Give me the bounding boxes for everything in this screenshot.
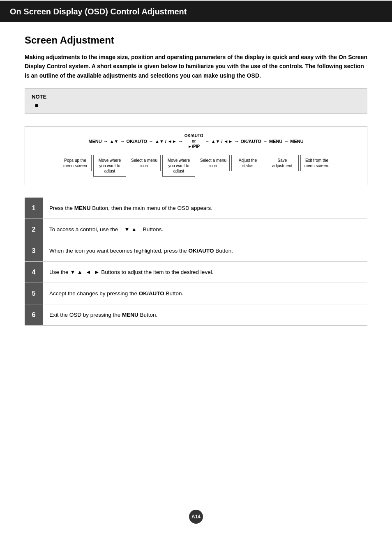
step-number-3: 3 [25,240,43,261]
step-number-4: 4 [25,262,43,283]
flow-box-7: Exit from the menu screen. [300,155,333,171]
flow-arrow5: → [205,139,210,144]
section-title: Screen Adjustment [25,35,367,46]
step-number-1: 1 [25,198,43,219]
flow-arrow6: → [234,139,239,144]
step-text-4: Use the ▼ ▲ ◄ ► Buttons to adjust the it… [43,262,220,283]
flow-arrow7: → [263,139,267,144]
flow-okaut2: OK/AUTO [240,139,261,144]
flow-sequence: MENU → ▲▼ → OK/AUTO → ▲▼ / ◄► → OK/AUTOo… [30,133,362,149]
step-row-6: 6 Exit the OSD by pressing the MENU Butt… [25,304,367,326]
step-number-2: 2 [25,219,43,240]
page-badge: A14 [189,510,203,524]
flow-box-3: Move where you want to adjust [162,155,195,177]
step-text-2: To access a control, use the ▼ ▲ Buttons… [43,219,170,240]
flow-boxes-container: Pops up the menu screen Move where you w… [30,155,362,177]
flow-menu3: MENU [290,139,303,144]
steps-container: 1 Press the MENU Button, then the main m… [25,198,367,326]
header-title: On Screen Display (OSD) Control Adjustme… [10,7,187,16]
step-row-5: 5 Accept the changes by pressing the OK/… [25,283,367,304]
flow-nav2: ▲▼ / ◄► [155,139,177,144]
flow-okaut1: OK/AUTO [126,139,147,144]
flow-okaut-or: OK/AUTOor►/PIP [184,133,203,149]
note-title: NOTE [32,94,360,100]
step-number-5: 5 [25,283,43,304]
flow-menu1: MENU [88,139,101,144]
intro-paragraph: Making adjustments to the image size, po… [25,53,367,80]
flow-box-6: Save adjustment [266,155,299,171]
flow-arrow4: → [178,139,183,144]
flow-arrow2: → [120,139,125,144]
step-row-4: 4 Use the ▼ ▲ ◄ ► Buttons to adjust the … [25,262,367,283]
step-text-1: Press the MENU Button, then the main men… [43,198,219,219]
page-number: A14 [191,514,201,520]
step-text-6: Exit the OSD by pressing the MENU Button… [43,304,164,325]
step-number-6: 6 [25,304,43,325]
main-content: Screen Adjustment Making adjustments to … [0,35,392,342]
flow-menu2: MENU [269,139,282,144]
step-row-2: 2 To access a control, use the ▼ ▲ Butto… [25,219,367,240]
flow-box-1: Move where you want to adjust [93,155,126,177]
flow-box-2: Select a menu icon [128,155,161,171]
flow-arrow8: → [284,139,288,144]
flow-box-4: Select a menu icon [197,155,230,171]
step-text-5: Accept the changes by pressing the OK/AU… [43,283,190,304]
flow-nav3: ▲▼ / ◄► [211,139,233,144]
flow-box-5: Adjust the status [231,155,264,171]
note-bullet: ■ [35,102,360,108]
flow-arrow3: → [149,139,153,144]
note-box: NOTE ■ [25,88,367,114]
flow-box-0: Pops up the menu screen [59,155,92,171]
flow-diagram: MENU → ▲▼ → OK/AUTO → ▲▼ / ◄► → OK/AUTOo… [25,126,367,185]
step-row-3: 3 When the icon you want becomes highlig… [25,240,367,262]
flow-arrow1: → [104,139,108,144]
page-header: On Screen Display (OSD) Control Adjustme… [0,1,392,22]
flow-nav1: ▲▼ [110,139,119,144]
step-row-1: 1 Press the MENU Button, then the main m… [25,198,367,219]
step-text-3: When the icon you want becomes highlight… [43,240,240,261]
